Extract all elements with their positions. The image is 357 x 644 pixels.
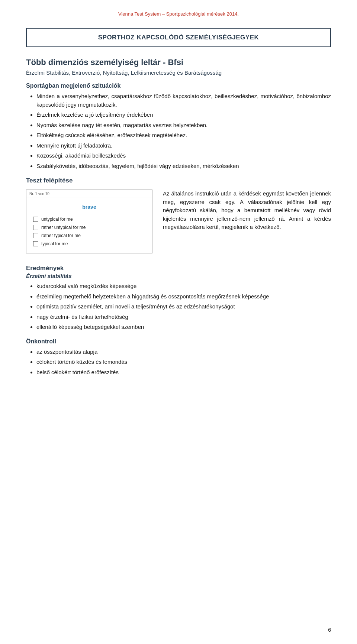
teszt-option-label-2: rather untypical for me	[41, 225, 86, 230]
teszt-layout: Nr. 1 von 10 brave untypical for me rath…	[26, 190, 331, 253]
section1-bullet-6: Szabálykövetés, időbeosztás, fegyelem, f…	[36, 162, 331, 171]
teszt-option-2[interactable]: rather untypical for me	[33, 225, 145, 230]
teszt-option-label-4: typical for me	[41, 241, 68, 246]
section1-bullet-4: Mennyire nyitott új feladatokra.	[36, 142, 331, 150]
main-title: Több dimenziós személyiség leltár - Bfsi	[26, 58, 331, 67]
section1-bullet-list: Minden a versenyhelyzethez, csapattársak…	[36, 92, 331, 170]
onkontroll-bullet-3: belső célokért történő erőfeszítés	[36, 368, 331, 377]
teszt-checkbox-4[interactable]	[33, 241, 38, 246]
teszt-option-3[interactable]: rather typical for me	[33, 233, 145, 238]
section1-bullet-5: Közösségi, akadémiai beilleszkedés	[36, 152, 331, 160]
section1-heading: Sportágban megjelenő szituációk	[26, 82, 331, 89]
page-wrapper: Vienna Test System – Sportpszichológiai …	[0, 0, 357, 644]
erzelmi-bullet-2: érzelmileg megterhelő helyzetekben a hig…	[36, 292, 331, 301]
teszt-description: Az általános instrukció után a kérdések …	[163, 190, 331, 232]
teszt-options: untypical for me rather untypical for me…	[33, 217, 145, 246]
teszt-option-label-1: untypical for me	[41, 217, 73, 222]
teszt-checkbox-3[interactable]	[33, 233, 38, 238]
teszt-box: Nr. 1 von 10 brave untypical for me rath…	[26, 190, 152, 253]
teszt-box-header: Nr. 1 von 10	[26, 190, 152, 197]
erzelmi-subheading: Érzelmi stabilitás	[26, 273, 331, 279]
erzelmi-bullet-5: ellenálló képesség betegségekkel szemben	[36, 323, 331, 331]
subtitle: Érzelmi Stabilitás, Extroverzió, Nyitott…	[26, 69, 331, 76]
section1-bullet-1: Érzelmek kezelése a jó teljesítmény érde…	[36, 111, 331, 119]
teszt-option-1[interactable]: untypical for me	[33, 217, 145, 222]
onkontroll-bullet-list: az összpontosítás alapja célokért történ…	[36, 348, 331, 377]
teszt-word: brave	[82, 204, 96, 210]
eredmenyek-heading: Eredmények	[26, 265, 331, 272]
teszt-heading: Teszt felépítése	[26, 177, 331, 184]
teszt-checkbox-2[interactable]	[33, 225, 38, 230]
onkontroll-bullet-1: az összpontosítás alapja	[36, 348, 331, 356]
banner-text: SPORTHOZ KAPCSOLÓDÓ SZEMÉLYISÉGJEGYEK	[98, 34, 259, 41]
erzelmi-bullet-1: kudarcokkal való megküzdés képessége	[36, 282, 331, 291]
teszt-option-4[interactable]: typical for me	[33, 241, 145, 246]
erzelmi-bullet-3: optimista pozitív szemlélet, ami növeli …	[36, 302, 331, 311]
erzelmi-bullet-list: kudarcokkal való megküzdés képessége érz…	[36, 282, 331, 331]
section1-bullet-3: Eltökéltség csúcsok eléréséhez, erőfeszí…	[36, 131, 331, 140]
section-banner: SPORTHOZ KAPCSOLÓDÓ SZEMÉLYISÉGJEGYEK	[26, 28, 331, 47]
erzelmi-bullet-4: nagy érzelmi- és fizikai terhelhetőség	[36, 313, 331, 321]
teszt-checkbox-1[interactable]	[33, 217, 38, 222]
header-title: Vienna Test System – Sportpszichológiai …	[26, 11, 331, 17]
onkontroll-bullet-2: célokért történő küzdés és lemondás	[36, 358, 331, 366]
teszt-option-label-3: rather typical for me	[41, 233, 81, 238]
teszt-box-inner: brave untypical for me rather untypical …	[26, 197, 152, 253]
onkontroll-heading: Önkontroll	[26, 338, 331, 345]
section1-bullet-2: Nyomás kezelése nagy tét esetén, magatar…	[36, 121, 331, 130]
section1-intro: Minden a versenyhelyzethez, csapattársak…	[36, 92, 331, 109]
page-number: 6	[328, 627, 331, 633]
